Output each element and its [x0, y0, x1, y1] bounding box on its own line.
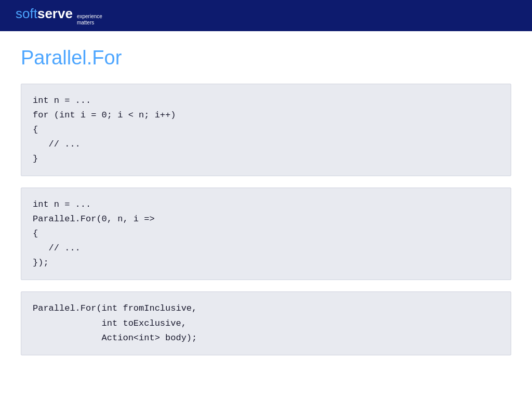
logo: softserve experience matters [16, 6, 102, 26]
header: softserve experience matters [0, 0, 532, 31]
code-block-2: int n = ... Parallel.For(0, n, i => { //… [21, 188, 511, 280]
logo-serve: serve [37, 6, 73, 22]
code-block-3: Parallel.For(int fromInclusive, int toEx… [21, 291, 511, 355]
code-block-1: int n = ... for (int i = 0; i < n; i++) … [21, 84, 511, 176]
page-title: Parallel.For [21, 47, 511, 69]
code-text-2: int n = ... Parallel.For(0, n, i => { //… [33, 197, 499, 270]
logo-soft: soft [16, 6, 37, 22]
code-text-3: Parallel.For(int fromInclusive, int toEx… [33, 301, 499, 345]
code-text-1: int n = ... for (int i = 0; i < n; i++) … [33, 94, 499, 166]
main-content: Parallel.For int n = ... for (int i = 0;… [0, 31, 532, 382]
logo-tagline: experience matters [77, 14, 102, 26]
